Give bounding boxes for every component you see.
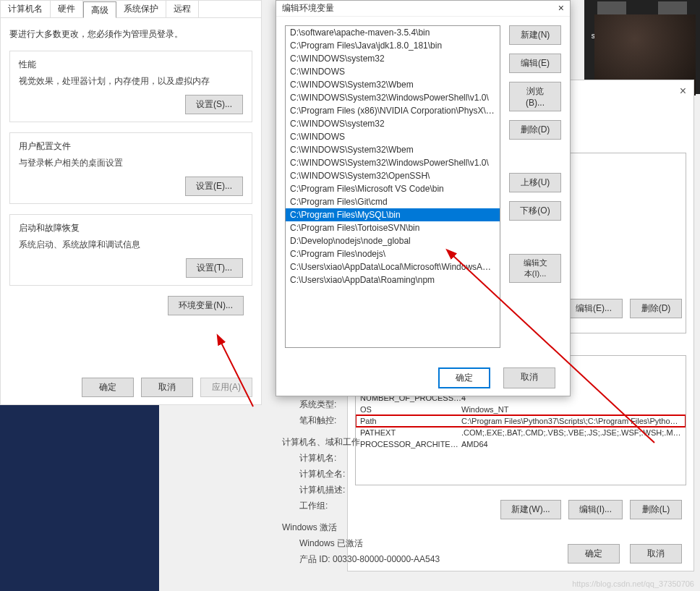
path-item[interactable]: C:\Users\xiao\AppData\Roaming\npm [286,273,500,286]
watermark: https://blog.csdn.net/qq_37350706 [572,579,694,588]
cancel-button[interactable]: 取消 [630,544,682,564]
system-info-panel: 系统类型: 笔和触控: 计算机名、域和工作 计算机名: 计算机全名: 计算机描述… [282,396,440,567]
delete-button[interactable]: 删除(D) [509,120,561,140]
settings-button[interactable]: 设置(E)... [185,177,243,196]
path-item[interactable]: D:\Develop\nodejs\node_global [286,234,500,247]
group-title: 启动和故障恢复 [19,222,243,234]
label: 计算机全名: [299,466,351,482]
path-item[interactable]: C:\WINDOWS\System32\WindowsPowerShell\v1… [286,156,500,169]
edit-button[interactable]: 编辑(E) [509,54,561,73]
path-item[interactable]: C:\Program Files\Microsoft VS Code\bin [286,182,500,195]
path-item[interactable]: C:\WINDOWS\System32\Wbem [286,143,500,156]
tab-remote[interactable]: 远程 [166,1,199,17]
dialog-footer: 确定 取消 应用(A) [82,378,252,397]
cancel-button[interactable]: 取消 [503,367,555,388]
new-button[interactable]: 新建(W)... [500,500,560,519]
tab-bar: 计算机名 硬件 高级 系统保护 远程 [1,1,261,18]
dialog-titlebar: 编辑环境变量 × [276,1,570,17]
path-item[interactable]: C:\WINDOWS\System32\WindowsPowerShell\v1… [286,91,500,104]
path-item[interactable]: C:\Program Files\Git\cmd [286,195,500,208]
group-desc: 与登录帐户相关的桌面设置 [19,157,243,169]
label: 计算机名: [299,450,351,466]
close-icon[interactable]: × [680,85,686,98]
delete-button[interactable]: 删除(D) [630,299,682,318]
system-var-buttons: 新建(W)... 编辑(I)... 删除(L) [500,500,682,519]
desktop-photo-left [0,405,159,591]
section-title: Windows 激活 [282,519,440,535]
cancel-button[interactable]: 取消 [141,378,193,397]
edit-button[interactable]: 编辑(E)... [565,299,623,318]
path-item[interactable]: C:\WINDOWS\System32\OpenSSH\ [286,169,500,182]
label: 产品 ID: 00330-80000-00000-AA543 [299,554,440,564]
group-title: 性能 [19,59,243,71]
path-item[interactable]: C:\WINDOWS [286,65,500,78]
path-item[interactable]: C:\WINDOWS\System32\Wbem [286,78,500,91]
dialog-footer: 确定 取消 [568,544,682,564]
performance-group: 性能 视觉效果，处理器计划，内存使用，以及虚拟内存 设置(S)... [9,51,252,122]
close-icon[interactable]: × [558,2,564,14]
move-up-button[interactable]: 上移(U) [509,173,561,192]
edit-environment-variable-dialog: 编辑环境变量 × D:\software\apache-maven-3.5.4\… [276,0,571,396]
path-item[interactable]: C:\Program Files\nodejs\ [286,247,500,260]
user-profiles-group: 用户配置文件 与登录帐户相关的桌面设置 设置(E)... [9,132,252,204]
side-buttons: 新建(N) 编辑(E) 浏览(B)... 删除(D) 上移(U) 下移(O) 编… [509,25,561,348]
dialog-title: 编辑环境变量 [282,2,334,14]
path-item[interactable]: C:\WINDOWS\system32 [286,52,500,65]
move-down-button[interactable]: 下移(O) [509,201,561,221]
tab-hardware[interactable]: 硬件 [51,1,83,17]
path-item[interactable]: C:\Program Files (x86)\NVIDIA Corporatio… [286,104,500,117]
path-item[interactable]: C:\Program Files\TortoiseSVN\bin [286,221,500,234]
environment-variables-button[interactable]: 环境变量(N)... [168,296,244,315]
section-title: 计算机名、域和工作 [282,434,440,450]
label: 工作组: [299,498,351,514]
label: Windows 已激活 [299,538,363,548]
label: 系统类型: [299,396,351,412]
edit-text-button[interactable]: 编辑文本(I)... [509,254,561,283]
tab-computer-name[interactable]: 计算机名 [1,1,51,17]
edit-button[interactable]: 编辑(I)... [568,500,623,519]
delete-button[interactable]: 删除(L) [630,500,682,519]
dialog-footer: 确定 取消 [438,367,555,388]
new-button[interactable]: 新建(N) [509,25,561,45]
group-desc: 视觉效果，处理器计划，内存使用，以及虚拟内存 [19,75,243,88]
admin-hint: 要进行大多数更改，您必须作为管理员登录。 [9,28,252,41]
ok-button[interactable]: 确定 [82,378,134,397]
apply-button[interactable]: 应用(A) [200,378,252,397]
path-list[interactable]: D:\software\apache-maven-3.5.4\binC:\Pro… [285,25,500,348]
settings-button[interactable]: 设置(S)... [185,95,243,114]
browse-button[interactable]: 浏览(B)... [509,82,561,111]
tab-system-protection[interactable]: 系统保护 [116,1,166,17]
tab-advanced[interactable]: 高级 [83,1,116,18]
group-title: 用户配置文件 [19,140,243,153]
label: 计算机描述: [299,482,351,498]
ok-button[interactable]: 确定 [438,367,490,388]
path-item[interactable]: C:\WINDOWS\system32 [286,117,500,130]
path-item[interactable]: C:\Program Files\MySQL\bin [286,208,500,221]
path-item[interactable]: D:\software\apache-maven-3.5.4\bin [286,26,500,39]
settings-button[interactable]: 设置(T)... [186,258,243,278]
group-desc: 系统启动、系统故障和调试信息 [19,239,243,251]
path-item[interactable]: C:\Users\xiao\AppData\Local\Microsoft\Wi… [286,260,500,273]
ok-button[interactable]: 确定 [568,544,620,564]
startup-recovery-group: 启动和故障恢复 系统启动、系统故障和调试信息 设置(T)... [9,214,252,286]
path-item[interactable]: C:\Program Files\Java\jdk1.8.0_181\bin [286,39,500,52]
path-item[interactable]: C:\WINDOWS [286,130,500,143]
system-properties-dialog: 计算机名 硬件 高级 系统保护 远程 要进行大多数更改，您必须作为管理员登录。 … [0,0,262,405]
label: 笔和触控: [299,412,351,428]
